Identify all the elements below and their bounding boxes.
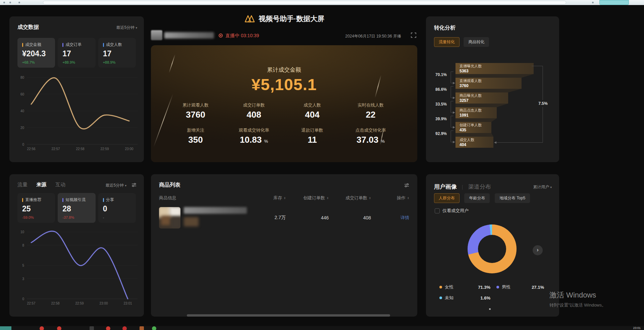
page-title: 视频号助手·数据大屏 bbox=[259, 15, 324, 22]
svg-text:3: 3 bbox=[22, 277, 24, 281]
tab-product-conversion[interactable]: 商品转化 bbox=[464, 37, 489, 47]
taskbar-icon[interactable] bbox=[0, 326, 11, 330]
stream-start-time: 2024年06月17日 19:50:36 开播 bbox=[345, 34, 401, 39]
column-created-orders[interactable]: 创建订单数 ▲▼ bbox=[286, 195, 329, 201]
browser-menu-icon[interactable] bbox=[592, 2, 594, 3]
taskbar-clock: 23:01 bbox=[633, 326, 641, 330]
avatar bbox=[151, 30, 162, 40]
svg-text:86.6%: 86.6% bbox=[435, 87, 447, 92]
buyers-only-checkbox[interactable] bbox=[435, 208, 440, 213]
svg-text:0: 0 bbox=[22, 143, 24, 146]
svg-text:22:57: 22:57 bbox=[51, 147, 60, 151]
taskbar-icon[interactable] bbox=[90, 326, 94, 330]
traffic-source-panel: 流量 来源 互动 最近5分钟 ▾ 直播推荐 25 -59.0% 短视频引流 28… bbox=[9, 174, 144, 317]
tab-traffic-conversion[interactable]: 流量转化 bbox=[434, 37, 460, 47]
product-image-redacted bbox=[159, 207, 180, 228]
taskbar-icon[interactable] bbox=[106, 326, 110, 330]
tab-user-portrait[interactable]: 用户画像 bbox=[434, 184, 457, 190]
summary-stats-grid: 累计观看人数 3760 成交订单数 408 成交人数 404 实时在线人数 22… bbox=[166, 102, 401, 145]
carousel-dot[interactable] bbox=[489, 308, 491, 310]
svg-text:23:01: 23:01 bbox=[123, 302, 132, 305]
subtab-age-distribution[interactable]: 年龄分布 bbox=[464, 193, 490, 203]
svg-text:33.5%: 33.5% bbox=[435, 102, 447, 107]
svg-text:22:57: 22:57 bbox=[27, 302, 35, 305]
windows-activation-watermark: 激活 Windows 转到“设置”以激活 Windows。 bbox=[549, 290, 606, 308]
browser-action-button[interactable] bbox=[599, 0, 629, 5]
product-price-redacted bbox=[184, 217, 199, 226]
browser-home-icon[interactable] bbox=[18, 2, 20, 3]
traffic-trend-chart: 03581022:5722:5822:5923:0023:01 bbox=[9, 174, 144, 315]
svg-text:3760: 3760 bbox=[460, 83, 469, 88]
subtab-region-top5[interactable]: 地域分布 Top5 bbox=[495, 193, 530, 203]
browser-refresh-icon[interactable] bbox=[9, 2, 11, 3]
checkbox-label: 仅看成交用户 bbox=[442, 208, 469, 214]
sales-trend-chart: 02040608022:5622:5722:5822:5923:00 bbox=[9, 16, 144, 160]
taskbar[interactable]: 23:01 bbox=[0, 326, 644, 330]
svg-text:22:59: 22:59 bbox=[75, 302, 84, 305]
taskbar-icon[interactable] bbox=[40, 326, 44, 330]
summary-card: 累计成交金额 ¥5,105.1 累计观看人数 3760 成交订单数 408 成交… bbox=[151, 45, 417, 162]
column-actions[interactable]: 操作 ▲▼ bbox=[371, 195, 409, 201]
filter-sliders-icon[interactable] bbox=[404, 183, 409, 188]
account-name-redacted bbox=[164, 32, 214, 39]
svg-text:3257: 3257 bbox=[460, 98, 469, 103]
svg-text:404: 404 bbox=[460, 142, 466, 147]
taskbar-icon[interactable] bbox=[140, 326, 144, 330]
svg-text:22:56: 22:56 bbox=[27, 147, 35, 151]
svg-text:7.5%: 7.5% bbox=[538, 101, 548, 106]
sales-data-panel: 成交数据 最近5分钟 ▾ 成交金额 ¥204.3 +68.7% 成交订单 17 … bbox=[9, 16, 144, 162]
legend-dot bbox=[439, 296, 442, 299]
column-completed-orders[interactable]: 成交订单数 ▲▼ bbox=[329, 195, 371, 201]
product-list-panel: 商品列表 商品信息 库存 ▲▼ 创建订单数 ▲▼ 成交订单数 ▲▼ 操作 ▲▼ bbox=[151, 174, 417, 317]
gender-donut-chart bbox=[468, 224, 517, 273]
user-scope-dropdown[interactable]: 累计用户 ▾ bbox=[533, 184, 552, 190]
svg-text:60: 60 bbox=[20, 92, 24, 96]
table-row[interactable]: 2.7万 446 408 详情 bbox=[159, 204, 409, 231]
svg-text:23:00: 23:00 bbox=[125, 147, 133, 151]
carousel-next-button[interactable]: › bbox=[533, 245, 543, 255]
donut-legend: 女性 71.3% 男性 27.1% 未知 1.6% bbox=[439, 284, 550, 301]
detail-link[interactable]: 详情 bbox=[371, 215, 409, 221]
divider bbox=[462, 185, 463, 190]
svg-text:39.9%: 39.9% bbox=[435, 117, 447, 121]
svg-text:40: 40 bbox=[20, 109, 24, 113]
live-dot-icon bbox=[219, 34, 223, 38]
svg-text:8: 8 bbox=[22, 244, 24, 247]
fullscreen-icon[interactable] bbox=[411, 32, 417, 38]
svg-text:5: 5 bbox=[22, 264, 24, 267]
stat-click-conversion: 点击成交转化率 37.03 % bbox=[341, 127, 400, 145]
svg-text:435: 435 bbox=[460, 128, 466, 132]
stat-refund-orders: 退款订单数 11 bbox=[283, 127, 341, 145]
svg-text:20: 20 bbox=[20, 126, 24, 130]
stat-online-now: 实时在线人数 22 bbox=[341, 102, 400, 120]
table-header: 商品信息 库存 ▲▼ 创建订单数 ▲▼ 成交订单数 ▲▼ 操作 ▲▼ bbox=[159, 195, 409, 201]
summary-amount-value: ¥5,105.1 bbox=[151, 75, 417, 94]
cell-stock: 2.7万 bbox=[249, 215, 286, 221]
taskbar-icon[interactable] bbox=[57, 326, 61, 330]
stat-orders: 成交订单数 408 bbox=[225, 102, 283, 120]
panel-title: 商品列表 bbox=[159, 182, 180, 189]
chevron-down-icon: ▾ bbox=[550, 186, 552, 189]
horizontal-scrollbar[interactable] bbox=[187, 314, 390, 317]
subtab-gender-distribution[interactable]: 人群分布 bbox=[434, 193, 460, 203]
taskbar-icon[interactable] bbox=[122, 326, 127, 330]
legend-item-unknown: 未知 1.6% bbox=[439, 295, 496, 301]
svg-text:商品曝光人数: 商品曝光人数 bbox=[460, 93, 482, 97]
taskbar-icon[interactable] bbox=[152, 326, 156, 330]
svg-text:22:58: 22:58 bbox=[76, 147, 84, 151]
browser-bar bbox=[0, 0, 644, 5]
svg-text:92.9%: 92.9% bbox=[435, 131, 447, 136]
sort-icon[interactable]: ▲▼ bbox=[407, 197, 409, 199]
column-stock[interactable]: 库存 ▲▼ bbox=[249, 195, 286, 201]
svg-text:0: 0 bbox=[22, 297, 24, 301]
product-title-redacted bbox=[184, 207, 247, 214]
tab-channel-distribution[interactable]: 渠道分布 bbox=[468, 184, 491, 190]
user-portrait-panel: 用户画像 渠道分布 累计用户 ▾ 人群分布 年龄分布 地域分布 Top5 仅看成… bbox=[426, 174, 559, 317]
browser-back-icon[interactable] bbox=[3, 2, 5, 3]
svg-text:80: 80 bbox=[20, 76, 24, 79]
url-input[interactable] bbox=[43, 1, 566, 4]
cell-created-orders: 446 bbox=[286, 215, 329, 220]
stat-buyers: 成交人数 404 bbox=[283, 102, 341, 120]
svg-text:成交人数: 成交人数 bbox=[460, 138, 474, 142]
legend-item-male: 男性 27.1% bbox=[496, 284, 550, 290]
